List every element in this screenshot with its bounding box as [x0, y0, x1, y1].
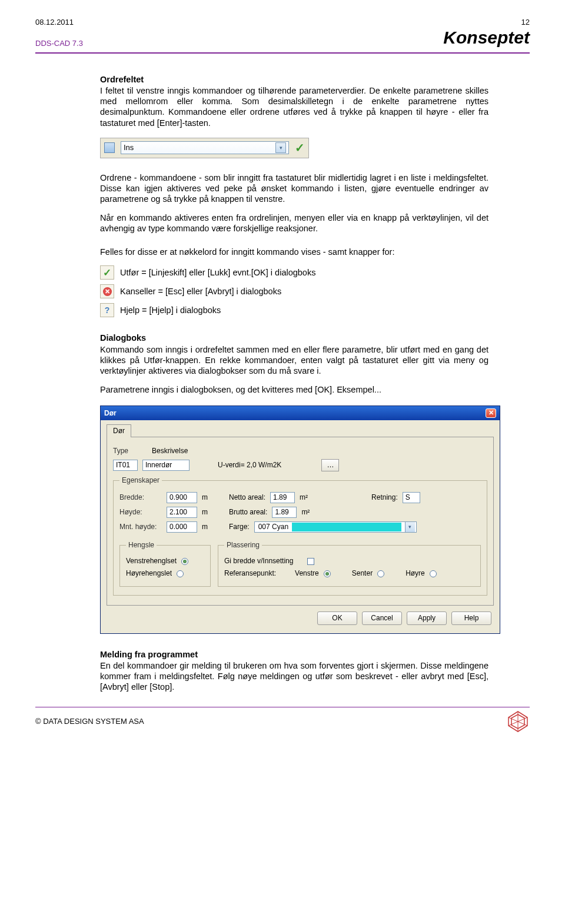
footer-text: © DATA DESIGN SYSTEM ASA: [35, 717, 144, 726]
radio-hoyrehengslet[interactable]: [177, 570, 184, 577]
help-icon: ?: [105, 305, 110, 316]
u-value-text: U-verdi= 2,0 W/m2K: [218, 461, 281, 470]
section-melding-heading: Melding fra programmet: [100, 649, 488, 660]
unit-m2: m²: [301, 508, 310, 517]
app-name: DDS-CAD 7.3: [35, 39, 83, 48]
description-field[interactable]: Innerdør: [142, 460, 190, 471]
radio-venstre[interactable]: [324, 570, 331, 577]
hengsle-group: Hengsle Venstrehenglset Høyrehengslet: [119, 541, 211, 587]
brutto-areal-field[interactable]: 1.89: [272, 507, 297, 518]
cancel-button[interactable]: ✕: [100, 284, 114, 298]
unit-m: m: [202, 523, 208, 531]
radio-hoyre[interactable]: [430, 570, 437, 577]
label-description: Beskrivelse: [152, 447, 188, 456]
sec3-intro: Felles for disse er at nøkkelord for inn…: [100, 247, 488, 257]
door-dialog: Dør ✕ Dør Type Beskrivelse IT01 Innerdør…: [100, 406, 500, 634]
sec4-p1: Kommando som inngis i ordrefeltet sammen…: [100, 344, 488, 376]
label-venstrehengslet: Venstrehenglset: [126, 557, 177, 566]
document-icon: [104, 142, 115, 153]
label-hoyde: Høyde:: [119, 508, 162, 517]
header-pageno: 12: [521, 18, 530, 26]
ok-button[interactable]: OK: [317, 611, 357, 625]
label-farge: Farge:: [229, 523, 250, 531]
checkbox-gi-bredde[interactable]: [307, 558, 314, 565]
close-icon: ✕: [103, 287, 112, 296]
sec5-p1: En del kommandoer gir melding til bruker…: [100, 660, 488, 692]
hengsle-legend: Hengsle: [126, 541, 157, 550]
farge-select[interactable]: 007 Cyan ▾: [254, 521, 417, 533]
section-dialogboks-heading: Dialogboks: [100, 333, 488, 343]
label-hoyrehengslet: Høyrehengslet: [126, 569, 172, 578]
ellipsis-button[interactable]: …: [321, 459, 339, 471]
properties-legend: Egenskaper: [119, 476, 162, 485]
label-netto-areal: Netto areal:: [229, 493, 265, 502]
header-date: 08.12.2011: [35, 18, 74, 26]
bredde-field[interactable]: 0.900: [167, 492, 197, 503]
logo-icon: [506, 710, 530, 733]
sec2-p2: Når en kommando aktiveres enten fra ordr…: [100, 212, 488, 234]
unit-m2: m²: [300, 493, 308, 502]
help-button[interactable]: ?: [100, 303, 114, 317]
help-button[interactable]: Help: [451, 611, 491, 625]
properties-group: Egenskaper Bredde: 0.900 m Netto areal: …: [113, 476, 487, 596]
plassering-legend: Plassering: [224, 541, 262, 550]
unit-m: m: [202, 493, 208, 502]
chevron-down-icon[interactable]: ▾: [275, 142, 286, 153]
retning-field[interactable]: S: [403, 492, 420, 503]
checkmark-icon[interactable]: ✓: [295, 141, 305, 155]
color-swatch: [292, 523, 401, 531]
sec4-p2: Parametrene inngis i dialogboksen, og de…: [100, 384, 488, 395]
type-field[interactable]: IT01: [113, 460, 138, 471]
mnt-hoyde-field[interactable]: 0.000: [167, 521, 197, 533]
chevron-down-icon[interactable]: ▾: [405, 522, 415, 532]
netto-areal-field[interactable]: 1.89: [270, 492, 295, 503]
close-icon: ✕: [488, 409, 494, 417]
checkmark-icon: ✓: [103, 267, 111, 279]
command-bar: Ins ▾ ✓: [100, 138, 309, 158]
command-input-text: Ins: [124, 143, 134, 152]
tab-door[interactable]: Dør: [107, 424, 131, 437]
label-type: Type: [113, 447, 147, 456]
apply-button[interactable]: Apply: [407, 611, 447, 625]
label-venstre: Venstre: [295, 569, 319, 578]
label-hoyre: Høyre: [406, 569, 425, 578]
sec1-p1: I feltet til venstre inngis kommandoer o…: [100, 85, 488, 128]
unit-m: m: [202, 508, 208, 517]
dialog-title: Dør: [104, 409, 117, 418]
plassering-group: Plassering Gi bredde v/Innsetting Refera…: [218, 541, 481, 587]
cancel-button[interactable]: Cancel: [362, 611, 402, 625]
page-title: Konseptet: [443, 28, 530, 48]
command-input[interactable]: Ins ▾: [121, 141, 289, 154]
sec3-line3: Hjelp = [Hjelp] i dialogboks: [120, 305, 221, 315]
execute-button[interactable]: ✓: [100, 265, 114, 280]
label-bredde: Bredde:: [119, 493, 162, 502]
label-mnt-hoyde: Mnt. høyde:: [119, 523, 162, 531]
dialog-close-button[interactable]: ✕: [486, 408, 496, 418]
farge-value: 007 Cyan: [258, 523, 288, 531]
hoyde-field[interactable]: 2.100: [167, 507, 197, 518]
radio-senter[interactable]: [377, 570, 384, 577]
label-brutto-areal: Brutto areal:: [229, 508, 267, 517]
sec2-p1: Ordrene - kommandoene - som blir inngitt…: [100, 172, 488, 204]
label-senter: Senter: [352, 569, 373, 578]
sec3-line1: Utfør = [Linjeskift] eller [Lukk] evnt.[…: [120, 267, 315, 278]
label-ref-punkt: Referansepunkt:: [224, 569, 276, 578]
label-retning: Retning:: [371, 493, 398, 502]
radio-venstrehengslet[interactable]: [181, 558, 188, 565]
label-gi-bredde: Gi bredde v/Innsetting: [224, 557, 293, 566]
sec3-line2: Kanseller = [Esc] eller [Avbryt] i dialo…: [120, 286, 281, 297]
section-ordrefeltet-heading: Ordrefeltet: [100, 74, 488, 85]
